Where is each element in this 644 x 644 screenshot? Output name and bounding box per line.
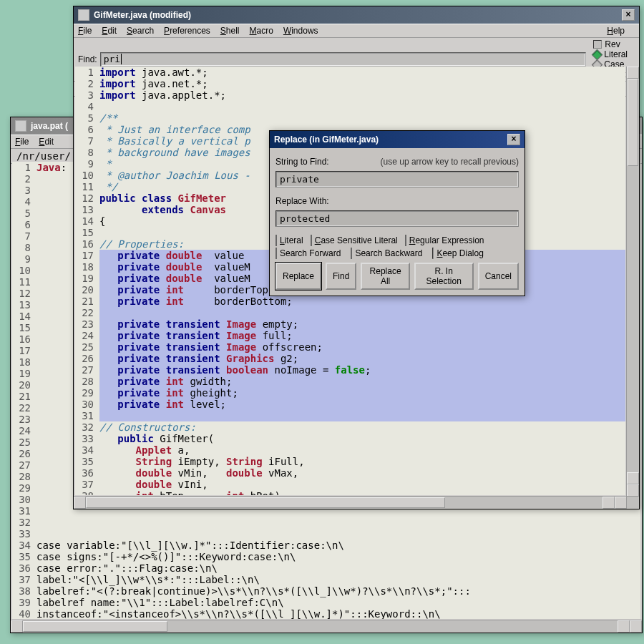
find-label: Find: bbox=[78, 54, 97, 64]
menu-file[interactable]: File bbox=[15, 137, 29, 147]
keep-dialog-check[interactable]: Keep Dialog bbox=[432, 248, 483, 258]
menu-edit[interactable]: Edit bbox=[102, 26, 117, 36]
close-icon[interactable]: × bbox=[622, 9, 635, 21]
code-line: private transient Image empty; bbox=[99, 318, 625, 330]
code-line bbox=[36, 528, 640, 540]
code-line: private transient Graphics g2; bbox=[99, 353, 625, 364]
code-line: private int gheight; bbox=[99, 387, 625, 399]
dialog-replace-input[interactable] bbox=[275, 210, 519, 227]
mode-case-sensitive-literal[interactable]: Case Sensitive Literal bbox=[311, 235, 398, 245]
dir-search-backward[interactable]: Search Backward bbox=[351, 248, 422, 258]
code-line: private transient boolean noImage = fals… bbox=[99, 364, 625, 376]
code-line bbox=[99, 410, 625, 421]
window1-titlebar[interactable]: GifMeter.java (modified) × bbox=[74, 6, 639, 24]
menu-search[interactable]: Search bbox=[127, 26, 154, 36]
find-opt-rev[interactable]: Rev bbox=[593, 39, 635, 49]
code-line: instanceof:"<instanceof>\\s*\\n?\\s*([\\… bbox=[36, 608, 640, 619]
code-line: case variable:"[\\l_][\\w.]*":::Identifi… bbox=[36, 540, 640, 551]
dialog-close-icon[interactable]: × bbox=[507, 134, 520, 145]
mode-regular-expression[interactable]: Regular Expression bbox=[405, 235, 484, 245]
code-line: import java.awt.*; bbox=[99, 67, 625, 78]
dialog-find-input[interactable] bbox=[275, 171, 519, 187]
mode-literal[interactable]: Literal bbox=[275, 235, 303, 245]
code-line: case error:".":::Flag:case:\n\ bbox=[36, 562, 640, 574]
code-line: private transient Image offscreen; bbox=[99, 341, 625, 353]
menu-help[interactable]: Help bbox=[607, 26, 625, 36]
code-line: double vIni, bbox=[99, 479, 625, 490]
find-string-label: String to Find: bbox=[275, 157, 329, 167]
replace-all-button[interactable]: Replace All bbox=[361, 263, 409, 290]
menu-edit[interactable]: Edit bbox=[39, 137, 54, 147]
code-line bbox=[99, 307, 625, 318]
replace-with-label: Replace With: bbox=[275, 196, 329, 206]
window1-title: GifMeter.java (modified) bbox=[94, 10, 622, 20]
menu-macro[interactable]: Macro bbox=[250, 26, 273, 36]
code-line: labelref name:"\\1":::Label:labelref:C\n… bbox=[36, 597, 640, 608]
code-line bbox=[99, 101, 625, 112]
window1-menubar: FileEditSearchPreferencesShellMacroWindo… bbox=[74, 24, 639, 38]
dir-search-forward[interactable]: Search Forward bbox=[275, 248, 341, 258]
code-line: double vMin, double vMax, bbox=[99, 467, 625, 479]
app-icon bbox=[78, 9, 89, 21]
code-line: private int level; bbox=[99, 399, 625, 410]
code-line: import java.net.*; bbox=[99, 78, 625, 89]
find-button[interactable]: Find bbox=[326, 263, 356, 290]
code-line: private transient Image full; bbox=[99, 330, 625, 341]
scrollbar-h[interactable] bbox=[74, 496, 627, 509]
find-hint: (use up arrow key to recall previous) bbox=[329, 157, 519, 167]
scrollbar-v[interactable] bbox=[626, 67, 639, 497]
menu-windows[interactable]: Windows bbox=[283, 26, 318, 36]
cancel-button[interactable]: Cancel bbox=[478, 263, 519, 290]
find-input[interactable]: pri bbox=[100, 52, 587, 67]
code-line: /** bbox=[99, 112, 625, 124]
code-line: case signs:"[-+*/<>%()]":::Keyword:case:… bbox=[36, 551, 640, 562]
code-line: String iEmpty, String iFull, bbox=[99, 456, 625, 467]
find-opt-literal[interactable]: Literal bbox=[593, 49, 635, 59]
code-line: private int borderBottom; bbox=[99, 296, 625, 307]
code-line: Applet a, bbox=[99, 444, 625, 456]
menu-shell[interactable]: Shell bbox=[220, 26, 240, 36]
menu-file[interactable]: File bbox=[78, 26, 92, 36]
dialog-title: Replace (in GifMeter.java) bbox=[274, 135, 507, 145]
code-line: int bTop, int bBot) bbox=[99, 490, 625, 495]
code-line bbox=[36, 517, 640, 528]
code-line: label:"<[\\l_]\\w*\\s*:":::Label::\n\ bbox=[36, 574, 640, 585]
code-line: import java.applet.*; bbox=[99, 89, 625, 101]
scrollbar-h[interactable] bbox=[11, 620, 642, 633]
app-icon bbox=[15, 120, 26, 132]
code-line: private int gwidth; bbox=[99, 376, 625, 387]
code-line: public GifMeter( bbox=[99, 433, 625, 444]
replace-button[interactable]: Replace bbox=[275, 263, 321, 290]
dialog-titlebar[interactable]: Replace (in GifMeter.java) × bbox=[270, 131, 525, 148]
menu-preferences[interactable]: Preferences bbox=[164, 26, 210, 36]
code-line: // Constructors: bbox=[99, 421, 625, 433]
code-line: labelref:"<(?:break|continue)>\\s*\\n?\\… bbox=[36, 585, 640, 597]
r--in-selection-button[interactable]: R. In Selection bbox=[414, 263, 474, 290]
